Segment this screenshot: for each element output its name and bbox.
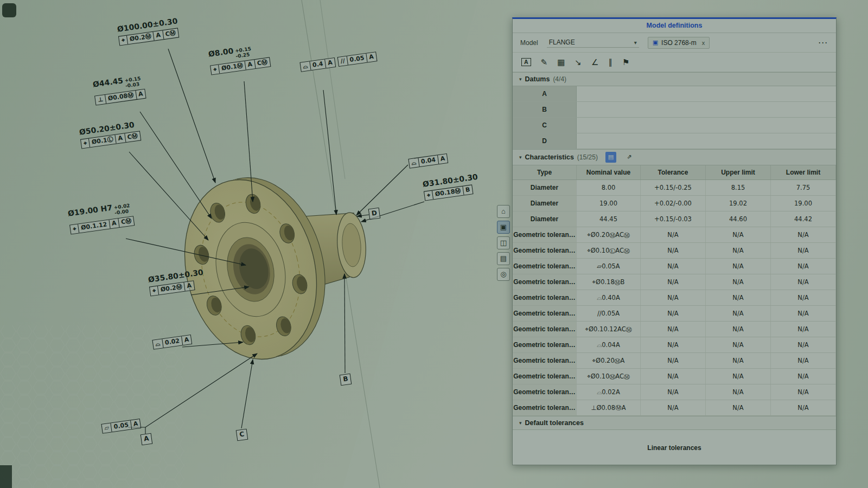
- text-annotation-icon[interactable]: A: [521, 58, 531, 66]
- characteristic-row[interactable]: Geometric toleran… ⌖Ø0.10ⓂACⓂ N/A N/A N/…: [513, 369, 836, 384]
- cell-upper: N/A: [706, 337, 771, 352]
- column-header-upper: Upper limit: [706, 165, 771, 179]
- cell-type: Geometric toleran…: [513, 290, 577, 305]
- close-icon[interactable]: x: [702, 40, 705, 46]
- section-view-icon[interactable]: ◫: [497, 236, 510, 249]
- fcf-cell: A: [366, 52, 376, 62]
- fcf-cell: A: [135, 89, 146, 99]
- cell-upper: N/A: [706, 369, 771, 384]
- cell-nominal: ⌖Ø0.20ⓂA: [577, 353, 641, 368]
- characteristic-row[interactable]: Diameter 44.45 +0.15/-0.03 44.60 44.42: [513, 211, 836, 227]
- characteristic-row[interactable]: Geometric toleran… ⌓0.02A N/A N/A N/A: [513, 384, 836, 400]
- datum-value: [577, 102, 836, 117]
- characteristics-title: Characteristics: [525, 153, 574, 161]
- characteristic-row[interactable]: Geometric toleran… ⌓0.04A N/A N/A N/A: [513, 337, 836, 353]
- datum-label-d[interactable]: D: [368, 208, 381, 220]
- datum-row[interactable]: C: [513, 118, 836, 133]
- characteristics-table: Diameter 8.00 +0.15/-0.25 8.15 7.75 Diam…: [513, 180, 836, 416]
- home-view-icon[interactable]: ⌂: [497, 205, 510, 218]
- cell-tolerance: N/A: [641, 290, 706, 305]
- export-icon[interactable]: ⇗: [624, 152, 635, 163]
- fcf-cell: B: [462, 185, 473, 195]
- datum-row[interactable]: B: [513, 102, 836, 118]
- panel-title: Model definitions: [513, 19, 836, 33]
- cell-upper: N/A: [706, 274, 771, 290]
- fcf-cell: A: [130, 419, 141, 429]
- fcf-cell: A: [183, 281, 194, 291]
- parallel-tolerance-icon[interactable]: ∥: [608, 58, 612, 66]
- leader-icon[interactable]: ↘: [575, 58, 582, 66]
- characteristic-row[interactable]: Geometric toleran… ⌖Ø0.10ⓁACⓂ N/A N/A N/…: [513, 243, 836, 259]
- cell-lower: N/A: [771, 274, 836, 290]
- focus-target-icon[interactable]: ◎: [497, 268, 510, 281]
- characteristics-table-header: Type Nominal value Tolerance Upper limit…: [513, 165, 836, 180]
- cell-type: Geometric toleran…: [513, 400, 577, 415]
- cell-type: Geometric toleran…: [513, 369, 577, 384]
- cell-upper: N/A: [706, 306, 771, 321]
- datum-label-a[interactable]: A: [141, 433, 153, 446]
- cell-tolerance: N/A: [641, 322, 706, 337]
- characteristic-row[interactable]: Geometric toleran… ⌖Ø0.18ⓂB N/A N/A N/A: [513, 274, 836, 290]
- angle-measure-icon[interactable]: ∠: [591, 58, 598, 66]
- characteristic-row[interactable]: Diameter 8.00 +0.15/-0.25 8.15 7.75: [513, 180, 836, 196]
- cell-type: Geometric toleran…: [513, 243, 577, 258]
- fcf-cell: Ø0.2Ⓜ: [126, 32, 154, 44]
- datum-value: [577, 133, 836, 149]
- cell-tolerance: +0.15/-0.03: [641, 211, 706, 227]
- fcf-cell: A: [245, 60, 256, 69]
- characteristic-row[interactable]: Diameter 19.00 +0.02/-0.00 19.02 19.00: [513, 196, 836, 211]
- column-header-tolerance: Tolerance: [641, 165, 706, 179]
- datum-label-b[interactable]: B: [340, 374, 352, 386]
- model-tree-icon[interactable]: ▣: [497, 221, 510, 234]
- datums-count: (4/4): [553, 75, 566, 83]
- standard-icon: ▣: [653, 39, 658, 46]
- cell-nominal: ⌖Ø0.10ⓁACⓂ: [577, 243, 641, 258]
- fcf-cell: 0.02: [162, 336, 182, 348]
- column-header-lower: Lower limit: [771, 165, 836, 179]
- datums-table: A B C D: [513, 86, 836, 149]
- cell-lower: 7.75: [771, 180, 836, 195]
- characteristic-row[interactable]: Geometric toleran… ⌖Ø0.20ⓂA N/A N/A N/A: [513, 353, 836, 369]
- tolerance-standard-chip[interactable]: ▣ ISO 2768-m x: [648, 37, 710, 49]
- cell-type: Geometric toleran…: [513, 384, 577, 400]
- cell-nominal: 44.45: [577, 211, 641, 227]
- cell-lower: 19.00: [771, 196, 836, 211]
- model-dropdown[interactable]: FLANGE ▾: [547, 37, 639, 48]
- cell-nominal: ⌓0.02A: [577, 384, 641, 400]
- fcf-cell: A: [324, 58, 335, 68]
- characteristic-row[interactable]: Geometric toleran… ⌖Ø0.10.12ACⓂ N/A N/A …: [513, 322, 836, 337]
- measure-pen-icon[interactable]: ✎: [541, 58, 548, 66]
- characteristic-row[interactable]: Geometric toleran… ⌖Ø0.20ⓂACⓂ N/A N/A N/…: [513, 227, 836, 243]
- linear-tolerances-title: Linear tolerances: [513, 444, 836, 452]
- cell-type: Geometric toleran…: [513, 306, 577, 321]
- flag-filter-icon[interactable]: ⚑: [622, 58, 629, 66]
- characteristics-section-header[interactable]: ▾ Characteristics (15/25) ▤ ⇗: [513, 149, 836, 165]
- table-view-icon[interactable]: ▤: [605, 152, 616, 163]
- cell-upper: N/A: [706, 384, 771, 400]
- fcf-cell: ⊥: [95, 95, 106, 105]
- overflow-menu-button[interactable]: ···: [819, 39, 828, 47]
- characteristic-row[interactable]: Geometric toleran… //0.05A N/A N/A N/A: [513, 306, 836, 322]
- fcf-cell: A: [108, 219, 119, 228]
- cell-nominal: 8.00: [577, 180, 641, 195]
- cell-upper: 44.60: [706, 211, 771, 227]
- cell-tolerance: N/A: [641, 274, 706, 290]
- annotation-sets-icon[interactable]: ▤: [497, 252, 510, 265]
- table-add-icon[interactable]: ▦: [557, 58, 565, 66]
- fcf-cell: Ø0.1Ⓛ: [88, 135, 116, 147]
- characteristic-row[interactable]: Geometric toleran… ▱0.05A N/A N/A N/A: [513, 259, 836, 274]
- datums-section-header[interactable]: ▾ Datums (4/4): [513, 72, 836, 86]
- default-tolerances-section-header[interactable]: ▾ Default tolerances: [513, 416, 836, 430]
- cell-upper: N/A: [706, 243, 771, 258]
- cell-nominal: ⌖Ø0.18ⓂB: [577, 274, 641, 290]
- characteristic-row[interactable]: Geometric toleran… ⌓0.40A N/A N/A N/A: [513, 290, 836, 306]
- cell-type: Diameter: [513, 180, 577, 195]
- fcf-cell: 0.05: [111, 421, 131, 432]
- datum-row[interactable]: D: [513, 133, 836, 149]
- datum-label-c[interactable]: C: [236, 429, 248, 441]
- characteristic-row[interactable]: Geometric toleran… ⊥Ø0.08ⓂA N/A N/A N/A: [513, 400, 836, 416]
- model-label: Model: [520, 39, 538, 47]
- datum-row[interactable]: A: [513, 86, 836, 102]
- cell-type: Geometric toleran…: [513, 227, 577, 242]
- cell-nominal: //0.05A: [577, 306, 641, 321]
